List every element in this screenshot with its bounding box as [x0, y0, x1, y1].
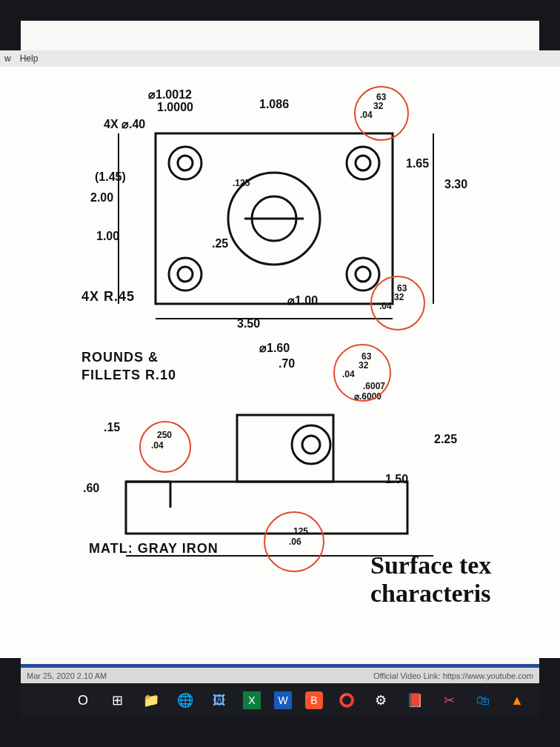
slide-title-line1: Surface tex — [370, 551, 491, 580]
svg-point-10 — [356, 267, 370, 282]
dim-70: .70 — [279, 357, 295, 371]
explorer-icon[interactable]: 📁 — [141, 690, 161, 711]
office-icon[interactable]: ⭕ — [336, 690, 357, 711]
dim-phi160: ⌀1.60 — [259, 341, 290, 355]
dim-100v: 1.00 — [96, 230, 119, 243]
store-icon[interactable]: 🛍 — [473, 690, 493, 711]
dim-15: .15 — [104, 421, 120, 434]
snip-icon[interactable]: ✂ — [439, 690, 459, 711]
svg-point-6 — [356, 156, 370, 170]
note-4x-r45: 4X R.45 — [81, 289, 135, 305]
excel-icon[interactable]: X — [243, 691, 261, 709]
dim-150: 1.50 — [385, 473, 408, 486]
svg-point-14 — [292, 425, 330, 464]
brave-icon[interactable]: B — [305, 691, 323, 709]
photos-icon[interactable]: 🖼 — [209, 690, 230, 711]
dim-phi100: ⌀1.00 — [287, 293, 318, 308]
vlc-icon[interactable]: ▲ — [507, 690, 527, 711]
dim-tol-lower: 1.0000 — [157, 101, 193, 114]
note-rounds-1: ROUNDS & — [81, 350, 159, 365]
dim-145: (1.45) — [95, 170, 126, 184]
svg-point-8 — [178, 267, 193, 282]
note-material: MATL: GRAY IRON — [89, 541, 219, 557]
annotation-circle-1 — [354, 86, 409, 141]
taskview-icon[interactable]: ⊞ — [107, 690, 127, 711]
annotation-circle-3 — [333, 344, 391, 402]
svg-point-15 — [302, 436, 320, 454]
settings-icon[interactable]: ⚙ — [370, 690, 391, 711]
annotation-circle-5 — [264, 511, 324, 572]
cortana-icon[interactable]: O — [73, 690, 93, 711]
dim-tol-upper: ⌀1.0012 — [148, 87, 192, 102]
windows-taskbar: O ⊞ 📁 🌐 🖼 X W B ⭕ ⚙ 📕 ✂ 🛍 ▲ — [21, 683, 539, 717]
dim-25: .25 — [212, 237, 228, 250]
svg-rect-12 — [126, 482, 407, 534]
word-icon[interactable]: W — [274, 691, 292, 709]
slide-content: ⌀1.0012 1.0000 4X ⌀.40 1.086 63 32 .04 (… — [0, 67, 560, 658]
dim-125s: .125 — [233, 178, 250, 188]
dim-200: 2.00 — [90, 191, 113, 205]
dim-350: 3.50 — [237, 317, 260, 331]
svg-point-4 — [178, 156, 193, 170]
dim-60: .60 — [83, 482, 99, 495]
menu-item-view[interactable]: w — [4, 53, 11, 64]
pdf-icon[interactable]: 📕 — [404, 690, 425, 711]
dim-1086: 1.086 — [259, 98, 289, 111]
dim-165: 1.65 — [406, 157, 429, 170]
annotation-circle-2 — [370, 276, 425, 331]
dim-225: 2.25 — [434, 433, 457, 446]
engineering-drawing: ⌀1.0012 1.0000 4X ⌀.40 1.086 63 32 .04 (… — [0, 67, 560, 658]
svg-point-3 — [169, 147, 201, 179]
menu-item-help[interactable]: Help — [20, 53, 39, 64]
svg-point-7 — [169, 258, 201, 290]
annotation-circle-4 — [139, 421, 191, 473]
svg-point-5 — [347, 147, 379, 179]
dim-4x-holes: 4X ⌀.40 — [104, 117, 145, 131]
slide-status-strip: Mar 25, 2020 2.10 AM Official Video Link… — [21, 664, 539, 683]
app-menu-bar: w Help — [0, 50, 560, 67]
svg-point-9 — [347, 258, 379, 290]
note-rounds-2: FILLETS R.10 — [81, 368, 176, 383]
dim-330: 3.30 — [444, 178, 467, 191]
chrome-icon[interactable]: 🌐 — [175, 690, 196, 711]
status-timestamp: Mar 25, 2020 2.10 AM — [27, 671, 107, 680]
status-link: Official Video Link: https://www.youtube… — [373, 671, 533, 680]
slide-title-line2: characteris — [370, 580, 490, 608]
